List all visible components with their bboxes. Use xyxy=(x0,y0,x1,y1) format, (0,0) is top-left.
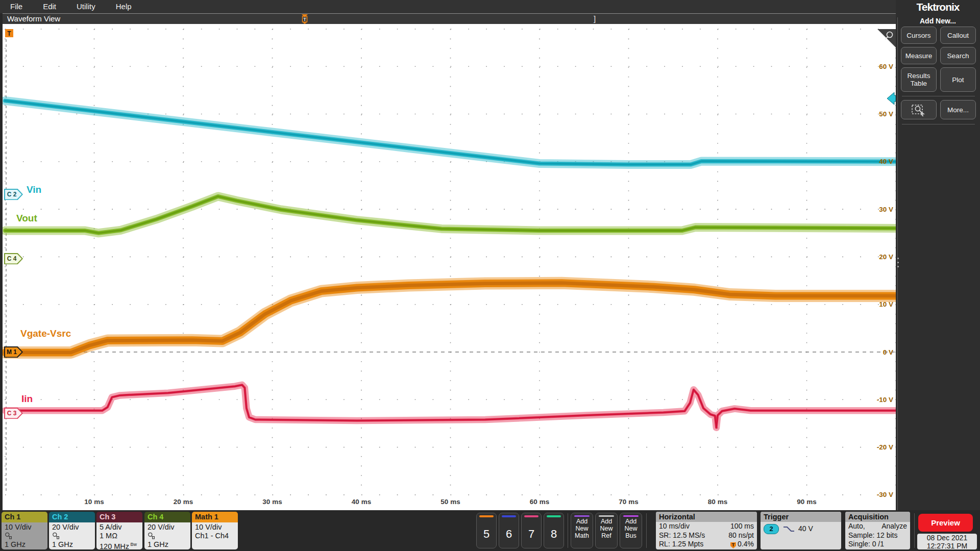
trace-name-vout: Vout xyxy=(16,213,37,224)
channel-marker-m1[interactable]: M 1 xyxy=(4,346,23,358)
channel-marker-c3[interactable]: C 3 xyxy=(4,408,23,419)
x-tick-label: 70 ms xyxy=(619,498,638,506)
waveform-slot-button-5[interactable]: 5 xyxy=(476,513,497,548)
channel-badge-settings: 10 V/div1 GHz xyxy=(2,522,47,549)
horizontal-panel-header: Horizontal xyxy=(656,512,757,522)
add-new-label-line: Math xyxy=(571,532,593,539)
sidebar-button-more[interactable]: More... xyxy=(940,100,976,119)
sidebar-button-results-table[interactable]: Results Table xyxy=(901,67,937,92)
add-new-label-line: New xyxy=(620,525,642,532)
channel-badge-ch1[interactable]: Ch 110 V/div1 GHz xyxy=(2,512,47,549)
channel-marker-c4[interactable]: C 4 xyxy=(4,253,23,264)
add-new-label-line: New xyxy=(596,525,617,532)
channel-setting-row: 1 GHz xyxy=(148,540,190,549)
trace-vgate-vsrc xyxy=(5,283,896,353)
slot-number: 6 xyxy=(499,528,519,541)
channel-badge-title: Ch 2 xyxy=(49,512,95,522)
channel-badge-ch3[interactable]: Ch 35 A/div1 MΩ120 MHz Bw xyxy=(96,512,142,549)
slot-color-stripe xyxy=(547,515,561,517)
channel-badge-settings: 5 A/div1 MΩ120 MHz Bw xyxy=(96,522,142,549)
draw-a-box-zoom-icon[interactable] xyxy=(877,29,896,47)
trigger-position-marker-icon[interactable]: T xyxy=(300,14,309,24)
add-new-label-line: Ref xyxy=(596,532,617,539)
acquisition-value-left: Auto, xyxy=(848,522,865,531)
horizontal-value-right: 80 ns/pt xyxy=(728,531,754,540)
x-tick-label: 30 ms xyxy=(262,498,282,506)
y-tick-label: 30 V xyxy=(879,206,893,213)
menu-item-edit[interactable]: Edit xyxy=(33,0,66,13)
acquisition-row: Single: 0 /1 xyxy=(845,540,910,549)
x-tick-label: 40 ms xyxy=(352,498,371,506)
slot-number: 8 xyxy=(544,528,564,541)
slot-color-stripe xyxy=(479,515,494,517)
horizontal-panel[interactable]: Horizontal10 ms/div100 msSR: 12.5 MS/s80… xyxy=(656,512,757,549)
horizontal-value-left: 10 ms/div xyxy=(659,522,690,531)
channel-setting-row: 10 V/div xyxy=(5,523,47,532)
channel-setting-row: 10 V/div xyxy=(195,523,238,532)
x-tick-label: 80 ms xyxy=(708,498,727,506)
sidebar-button-plot[interactable]: Plot xyxy=(940,67,976,92)
channel-setting-row: 1 GHz xyxy=(5,540,47,549)
y-tick-label: -30 V xyxy=(877,491,893,498)
x-tick-label: 10 ms xyxy=(84,498,104,506)
channel-badge-settings: 10 V/divCh1 - Ch4 xyxy=(192,522,238,549)
channel-badge-ch2[interactable]: Ch 220 V/div1 GHz xyxy=(49,512,95,549)
sidebar-button-callout[interactable]: Callout xyxy=(940,27,976,44)
waveform-display[interactable]: T60 V50 V40 V30 V20 V10 V0 V-10 V-20 V-3… xyxy=(3,24,896,510)
sidebar-button-measure[interactable]: Measure xyxy=(901,47,937,64)
add-new-bus-button[interactable]: AddNewBus xyxy=(620,513,642,548)
waveform-slot-button-7[interactable]: 7 xyxy=(521,513,542,548)
add-new-ref-button[interactable]: AddNewRef xyxy=(595,513,618,548)
y-tick-label: 40 V xyxy=(879,158,893,165)
menu-item-utility[interactable]: Utility xyxy=(66,0,106,13)
trace-vout xyxy=(5,196,896,233)
svg-text:T: T xyxy=(303,17,306,22)
zoom-region-button[interactable] xyxy=(901,100,937,119)
add-new-label-line: Bus xyxy=(620,532,642,539)
trace-name-iin: Iin xyxy=(21,393,33,405)
channel-badge-ch4[interactable]: Ch 420 V/div1 GHz xyxy=(144,512,190,549)
channel-setting-row xyxy=(5,532,47,540)
x-tick-label: 60 ms xyxy=(530,498,549,506)
menu-item-file[interactable]: File xyxy=(0,0,33,13)
horizontal-value-left: SR: 12.5 MS/s xyxy=(659,531,705,540)
channel-setting-row: 20 V/div xyxy=(52,523,95,532)
channel-badge-title: Ch 3 xyxy=(96,512,142,522)
channel-badge-title: Ch 1 xyxy=(2,512,47,522)
acquisition-row: Auto,Analyze xyxy=(845,522,910,531)
trigger-panel[interactable]: Trigger240 V xyxy=(761,512,841,549)
preview-button[interactable]: Preview xyxy=(918,514,973,532)
date-label: 08 Dec 2021 xyxy=(917,534,977,542)
channel-badge-settings: 20 V/div1 GHz xyxy=(144,522,190,549)
add-new-math-button[interactable]: AddNewMath xyxy=(571,513,593,548)
acquisition-row: Sample: 12 bits xyxy=(845,531,910,540)
probe-icon xyxy=(52,532,60,539)
waveform-slot-button-6[interactable]: 6 xyxy=(499,513,519,548)
waveform-slot-button-8[interactable]: 8 xyxy=(544,513,564,548)
y-tick-label: 10 V xyxy=(879,300,893,308)
acquisition-panel[interactable]: AcquisitionAuto,AnalyzeSample: 12 bitsSi… xyxy=(845,512,910,549)
channel-setting-row: 1 GHz xyxy=(52,540,95,549)
bottom-status-bar: Preview 08 Dec 2021 12:27:31 PM Ch 110 V… xyxy=(0,510,980,551)
add-new-label-line: Add xyxy=(620,518,642,525)
channel-marker-label: M 1 xyxy=(4,346,19,358)
channel-marker-c2[interactable]: C 2 xyxy=(4,189,23,200)
datetime-display[interactable]: 08 Dec 2021 12:27:31 PM xyxy=(917,534,977,549)
panel-drag-handle[interactable] xyxy=(897,258,899,269)
channel-setting-row: 20 V/div xyxy=(148,523,190,532)
channel-setting-row: 1 MΩ xyxy=(100,532,142,540)
trigger-level-arrow[interactable] xyxy=(887,92,896,105)
menu-item-help[interactable]: Help xyxy=(106,0,142,13)
x-tick-label: 20 ms xyxy=(174,498,193,506)
sidebar-button-search[interactable]: Search xyxy=(940,47,976,64)
time-label: 12:27:31 PM xyxy=(917,542,977,550)
sidebar-separator xyxy=(902,124,975,124)
channel-badge-math1[interactable]: Math 110 V/divCh1 - Ch4 xyxy=(192,512,238,549)
channel-setting-row: Ch1 - Ch4 xyxy=(195,532,238,540)
waveform-view-titlebar[interactable]: Waveform View T ] xyxy=(3,13,896,24)
y-tick-label: 0 V xyxy=(883,348,893,356)
horizontal-row: RL: 1.25 MptsT0.4% xyxy=(656,540,757,549)
sidebar-button-cursors[interactable]: Cursors xyxy=(901,27,937,44)
y-tick-label: 60 V xyxy=(879,63,893,70)
channel-badge-title: Math 1 xyxy=(192,512,238,522)
